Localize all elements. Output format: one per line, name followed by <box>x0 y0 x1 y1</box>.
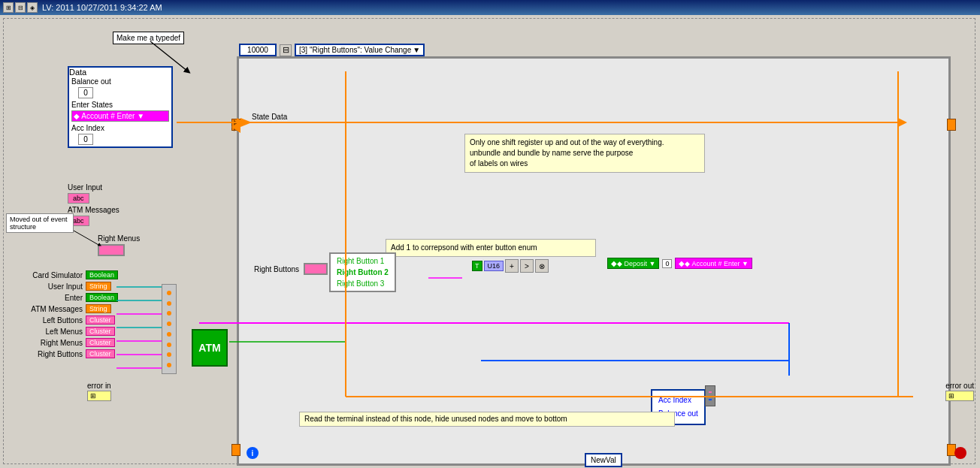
node-left-buttons: Left Buttons Cluster <box>23 316 118 325</box>
icon-2[interactable]: ⊟ <box>15 2 26 13</box>
btn-1: Right Button 1 <box>337 255 389 267</box>
right-menu-node-label: Right Menus <box>23 339 83 347</box>
canvas: Make me a typedef Data Balance out 0 Ent… <box>0 15 980 468</box>
atm-msg-label: ATM Messages <box>23 305 83 313</box>
left-btn-type: Cluster <box>86 316 115 325</box>
left-nodes: Card Simulator Boolean User Input String… <box>23 270 118 361</box>
mux-dot-6 <box>167 343 171 347</box>
mux-dot-8 <box>167 363 171 367</box>
mux-dot-2 <box>167 301 171 306</box>
and-node: ⊗ <box>535 259 549 273</box>
mux-dot-7 <box>167 352 171 357</box>
error-in-terminal: ⊞ <box>87 391 111 401</box>
atm-messages-label: ATM Messages <box>68 206 119 214</box>
left-btn-label: Left Buttons <box>23 316 83 325</box>
deposit-cluster: ◆ ◆ Deposit ▼ 0 ◆ ◆ Account # Enter ▼ <box>607 258 752 269</box>
stop-icon[interactable] <box>954 447 966 459</box>
nav-btn[interactable]: ⊟ <box>280 44 292 56</box>
bool-indicator: T <box>472 261 482 271</box>
node-enter: Enter Boolean <box>23 293 118 302</box>
title-text: LV: 2011 10/27/2011 9:34:22 AM <box>42 3 162 12</box>
shift-reg-right-top <box>947 119 956 131</box>
comment-add-one: Add 1 to correpsond with enter button en… <box>386 239 596 257</box>
balance-out-label: Balance out <box>69 77 171 86</box>
button-list-box: Right Button 1 Right Button 2 Right Butt… <box>329 252 396 292</box>
right-btn-input[interactable] <box>304 263 328 275</box>
right-btn-node-label: Right Buttons <box>23 350 83 358</box>
error-out-section: error out ⊞ <box>945 382 974 401</box>
account-enter-node[interactable]: ◆ ◆ Account # Enter ▼ <box>675 258 752 269</box>
right-menu-node-type: Cluster <box>86 338 115 347</box>
svg-line-1 <box>74 231 100 246</box>
moved-note-arrow <box>74 227 111 249</box>
error-out-label: error out <box>945 382 974 390</box>
balance-out-value[interactable]: 0 <box>78 87 93 98</box>
node-card-simulator: Card Simulator Boolean <box>23 270 118 279</box>
enter-states-label: Enter States <box>69 100 171 110</box>
acc-index-cluster: Acc Index <box>658 394 698 407</box>
newval-box: NewVal <box>585 453 622 467</box>
atm-block[interactable]: ATM <box>192 329 228 367</box>
frame-value[interactable]: 10000 <box>239 44 277 56</box>
main-frame: 10000 ⊟ [3] "Right Buttons": Value Chang… <box>237 56 951 466</box>
state-data-arrow <box>231 121 240 133</box>
unbundle-node <box>705 385 715 406</box>
btn-2: Right Button 2 <box>337 267 389 278</box>
user-input-label: User Input <box>68 183 119 192</box>
comment-read-terminal: Read the terminal instead of this node, … <box>299 412 675 427</box>
error-out-terminal: ⊞ <box>945 391 974 401</box>
event-dropdown-arrow: ▼ <box>413 46 420 54</box>
node-right-menus: Right Menus Cluster <box>23 338 118 347</box>
u16-box: U16 <box>484 261 504 271</box>
icon-1[interactable]: ⊞ <box>3 2 14 13</box>
comment-shift-register: Only one shift register up and out of th… <box>464 134 705 173</box>
atm-label: ATM <box>198 342 220 354</box>
data-panel-title: Data <box>69 68 171 77</box>
account-enter-dropdown[interactable]: ◆ Account # Enter ▼ <box>71 110 169 122</box>
user-input-node-label: User Input <box>23 282 83 291</box>
btn-3: Right Button 3 <box>337 278 389 289</box>
logic-block: T U16 + > ⊗ <box>472 259 549 273</box>
node-atm-messages: ATM Messages String <box>23 304 118 313</box>
deposit-value[interactable]: 0 <box>662 259 672 268</box>
moved-note: Moved out of event structure <box>6 213 74 233</box>
enter-type: Boolean <box>86 293 118 302</box>
deposit-dropdown[interactable]: ◆ ◆ Deposit ▼ <box>607 258 659 269</box>
title-bar: ⊞ ⊟ ◈ LV: 2011 10/27/2011 9:34:22 AM <box>0 0 980 15</box>
data-panel: Data Balance out 0 Enter States ◆ Accoun… <box>68 66 173 148</box>
user-input-node-type: String <box>86 282 111 291</box>
right-btn-node-type: Cluster <box>86 349 115 358</box>
mux-dot-3 <box>167 311 171 316</box>
gt-node: > <box>520 259 534 273</box>
info-icon[interactable]: i <box>247 447 259 459</box>
acc-index-value[interactable]: 0 <box>78 134 93 145</box>
user-input-control[interactable]: abc <box>68 193 89 204</box>
node-left-menus: Left Menus Cluster <box>23 327 118 336</box>
mux-block <box>162 284 177 374</box>
error-in-label: error in <box>87 382 111 390</box>
event-selector[interactable]: [3] "Right Buttons": Value Change ▼ <box>295 44 425 56</box>
left-menu-label: Left Menus <box>23 328 83 336</box>
card-sim-label: Card Simulator <box>23 271 83 279</box>
node-user-input: User Input String <box>23 282 118 291</box>
state-data-label: State Data <box>252 113 287 121</box>
title-icons: ⊞ ⊟ ◈ <box>3 2 38 13</box>
mux-dot-4 <box>167 322 171 326</box>
event-selector-text: [3] "Right Buttons": Value Change <box>299 46 411 54</box>
error-in-section: error in ⊞ <box>87 382 111 401</box>
add-node: + <box>505 259 519 273</box>
mux-dot-1 <box>167 291 171 295</box>
left-menu-type: Cluster <box>86 327 115 336</box>
acc-index-label: Acc Index <box>69 123 171 133</box>
enter-label: Enter <box>23 294 83 302</box>
atm-msg-type: String <box>86 304 111 313</box>
card-sim-type: Boolean <box>86 270 118 279</box>
right-buttons-label: Right Buttons <box>254 265 299 273</box>
icon-3[interactable]: ◈ <box>27 2 38 13</box>
mux-dot-5 <box>167 332 171 337</box>
frame-controls: 10000 ⊟ [3] "Right Buttons": Value Chang… <box>239 44 425 56</box>
user-input-section: User Input abc ATM Messages abc <box>68 183 119 228</box>
node-right-buttons: Right Buttons Cluster <box>23 349 118 358</box>
shift-reg-left-bot <box>231 444 240 456</box>
